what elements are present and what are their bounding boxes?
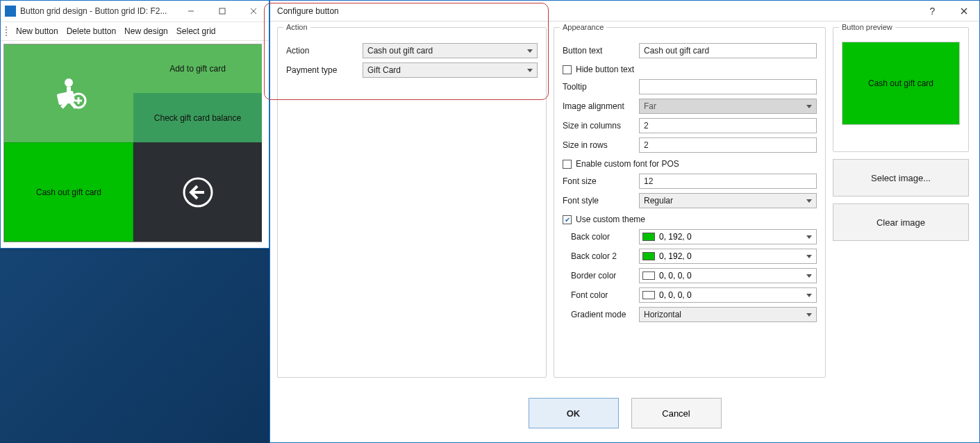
help-button[interactable]: ? — [917, 1, 948, 22]
grid-button-icon-large[interactable] — [4, 44, 133, 142]
minimize-button[interactable] — [175, 1, 206, 22]
color-swatch-icon — [642, 252, 655, 260]
toolbar-new-design[interactable]: New design — [124, 26, 168, 36]
label-font-color: Font color — [563, 290, 639, 300]
label-use-custom-theme: Use custom theme — [576, 215, 645, 224]
size-cols-input[interactable]: 2 — [639, 118, 817, 133]
font-color-picker[interactable]: 0, 0, 0, 0 — [639, 287, 817, 303]
label-payment-type: Payment type — [286, 65, 363, 75]
button-grid-design-window: Button grid design - Button grid ID: F2.… — [0, 0, 269, 249]
grid-button-cash-out[interactable]: Cash out gift card — [4, 142, 133, 242]
dialog-titlebar[interactable]: Configure button ? — [270, 1, 979, 22]
grid-window-titlebar[interactable]: Button grid design - Button grid ID: F2.… — [1, 1, 269, 22]
label-size-cols: Size in columns — [563, 121, 639, 131]
app-icon — [5, 6, 16, 17]
border-color-picker[interactable]: 0, 0, 0, 0 — [639, 268, 817, 283]
back-color-picker[interactable]: 0, 192, 0 — [639, 229, 817, 244]
ok-button[interactable]: OK — [529, 398, 619, 428]
grid-button-check-balance[interactable]: Check gift card balance — [133, 93, 262, 142]
toolbar-grip-icon — [5, 26, 8, 37]
grid-window-title: Button grid design - Button grid ID: F2.… — [20, 6, 175, 16]
grid-toolbar: New button Delete button New design Sele… — [1, 22, 269, 41]
grid-button-label: Check gift card balance — [154, 113, 241, 123]
label-action: Action — [286, 46, 363, 56]
toolbar-delete-button[interactable]: Delete button — [67, 26, 116, 36]
appearance-group: Appearance Button text Cash out gift car… — [554, 27, 826, 378]
button-preview-group: Button preview Cash out gift card — [833, 27, 969, 152]
action-group-legend: Action — [283, 23, 310, 31]
label-font-style: Font style — [563, 196, 639, 206]
maximize-button[interactable] — [206, 1, 238, 22]
person-card-plus-icon — [48, 73, 90, 115]
label-button-text: Button text — [563, 46, 639, 56]
svg-point-4 — [65, 78, 73, 87]
font-size-input[interactable]: 12 — [639, 174, 817, 189]
label-tooltip: Tooltip — [563, 82, 639, 92]
svg-rect-1 — [219, 8, 225, 14]
grid-button-add-to-gift-card[interactable]: Add to gift card — [133, 44, 262, 93]
toolbar-new-button[interactable]: New button — [16, 26, 58, 36]
cancel-button[interactable]: Cancel — [631, 398, 722, 428]
button-preview-label: Cash out gift card — [868, 78, 933, 88]
payment-type-combobox[interactable]: Gift Card — [363, 62, 538, 78]
dialog-title: Configure button — [277, 6, 917, 16]
close-button[interactable] — [238, 1, 269, 22]
close-button[interactable] — [948, 1, 979, 22]
label-back-color-2: Back color 2 — [563, 251, 639, 261]
tooltip-input[interactable] — [639, 79, 817, 94]
color-swatch-icon — [642, 291, 655, 299]
image-alignment-combobox[interactable]: Far — [639, 99, 817, 114]
color-swatch-icon — [642, 271, 655, 280]
dialog-footer: OK Cancel — [270, 398, 979, 435]
select-image-button[interactable]: Select image... — [833, 159, 969, 197]
label-enable-custom-font: Enable custom font for POS — [576, 159, 679, 169]
color-swatch-icon — [642, 233, 655, 241]
label-image-alignment: Image alignment — [563, 101, 639, 111]
size-rows-input[interactable]: 2 — [639, 137, 817, 153]
back-arrow-icon — [181, 175, 215, 210]
label-size-rows: Size in rows — [563, 140, 639, 150]
enable-custom-font-checkbox[interactable] — [563, 160, 572, 169]
button-preview: Cash out gift card — [842, 42, 960, 125]
label-hide-button-text: Hide button text — [576, 65, 634, 74]
back-color-2-picker[interactable]: 0, 192, 0 — [639, 249, 817, 264]
action-group: Action Action Cash out gift card Payment… — [277, 27, 547, 378]
font-style-combobox[interactable]: Regular — [639, 193, 817, 208]
use-custom-theme-checkbox[interactable]: ✔ — [563, 215, 572, 224]
clear-image-button[interactable]: Clear image — [833, 203, 969, 241]
toolbar-select-grid[interactable]: Select grid — [176, 26, 216, 36]
hide-button-text-checkbox[interactable] — [563, 65, 572, 74]
label-border-color: Border color — [563, 271, 639, 281]
configure-button-dialog: Configure button ? Action Action Cash ou… — [269, 0, 980, 443]
label-font-size: Font size — [563, 176, 639, 186]
grid-button-label: Add to gift card — [169, 64, 226, 74]
button-text-input[interactable]: Cash out gift card — [639, 43, 817, 58]
grid-button-back[interactable] — [133, 142, 262, 242]
grid-button-label: Cash out gift card — [36, 187, 101, 197]
svg-rect-6 — [67, 87, 71, 103]
gradient-mode-combobox[interactable]: Horizontal — [639, 307, 817, 322]
preview-group-legend: Button preview — [839, 23, 895, 31]
label-gradient-mode: Gradient mode — [563, 310, 639, 319]
label-back-color: Back color — [563, 232, 639, 242]
appearance-group-legend: Appearance — [560, 23, 606, 31]
button-grid-canvas[interactable]: Add to gift card Check gift card balance… — [3, 44, 262, 242]
action-combobox[interactable]: Cash out gift card — [363, 43, 538, 58]
